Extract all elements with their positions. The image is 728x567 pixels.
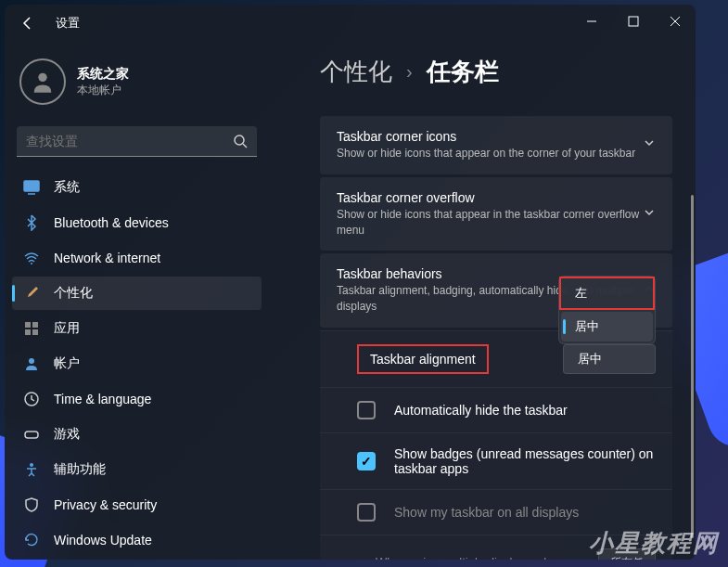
sidebar-item-gaming[interactable]: 游戏 — [12, 418, 262, 451]
nav-label: Bluetooth & devices — [54, 215, 169, 230]
card-title: Taskbar corner icons — [337, 129, 643, 144]
svg-line-4 — [243, 144, 247, 148]
behaviors-section: Taskbar alignment 左 居中 居中 Automatical — [320, 330, 672, 560]
chevron-down-icon — [643, 206, 656, 223]
multi-dropdown[interactable]: 所有任 — [598, 548, 656, 560]
badges-label: Show badges (unread messages counter) on… — [394, 446, 656, 476]
all-displays-checkbox[interactable] — [357, 503, 376, 522]
svg-point-3 — [235, 135, 244, 145]
person-icon — [23, 355, 40, 372]
search-icon — [233, 134, 248, 148]
svg-rect-14 — [25, 432, 38, 438]
nav-label: 应用 — [54, 320, 80, 337]
sidebar-item-bluetooth[interactable]: Bluetooth & devices — [12, 206, 262, 239]
svg-rect-1 — [629, 17, 638, 26]
dropdown-option-left[interactable]: 左 — [559, 277, 655, 310]
svg-point-12 — [29, 358, 34, 364]
user-name: 系统之家 — [77, 66, 129, 83]
alignment-dropdown-list: 左 居中 — [558, 276, 656, 344]
card-corner-icons[interactable]: Taskbar corner icons Show or hide icons … — [320, 116, 672, 174]
search-input[interactable] — [26, 134, 233, 148]
alignment-dropdown[interactable]: 居中 — [563, 344, 656, 374]
sidebar-item-time[interactable]: Time & language — [12, 382, 262, 416]
nav-label: 游戏 — [54, 426, 80, 443]
breadcrumb-parent[interactable]: 个性化 — [320, 56, 392, 88]
back-button[interactable] — [14, 9, 42, 37]
monitor-icon — [23, 179, 40, 196]
user-account-type: 本地帐户 — [77, 83, 129, 98]
window-controls — [570, 5, 696, 37]
chevron-down-icon — [643, 136, 656, 153]
nav-list: 系统 Bluetooth & devices Network & interne… — [12, 171, 262, 557]
user-profile[interactable]: 系统之家 本地帐户 — [12, 51, 262, 112]
svg-rect-5 — [24, 181, 39, 191]
main-content: 个性化 › 任务栏 Taskbar corner icons Show or h… — [269, 42, 696, 560]
row-all-displays[interactable]: Show my taskbar on all displays — [320, 489, 672, 535]
sidebar-item-network[interactable]: Network & internet — [12, 241, 262, 275]
chevron-right-icon: › — [406, 61, 413, 83]
brush-icon — [23, 285, 40, 302]
card-subtitle: Show or hide icons that appear in the ta… — [337, 207, 643, 238]
card-corner-overflow[interactable]: Taskbar corner overflow Show or hide ico… — [320, 177, 672, 251]
svg-rect-10 — [25, 329, 31, 335]
all-displays-label: Show my taskbar on all displays — [394, 505, 656, 520]
nav-label: 个性化 — [54, 285, 93, 302]
card-title: Taskbar corner overflow — [337, 190, 643, 205]
maximize-button[interactable] — [612, 5, 654, 37]
svg-rect-8 — [25, 322, 31, 328]
sidebar-item-apps[interactable]: 应用 — [12, 312, 262, 345]
auto-hide-label: Automatically hide the taskbar — [394, 403, 656, 418]
svg-rect-11 — [32, 329, 38, 335]
nav-label: Privacy & security — [54, 497, 157, 512]
row-badges[interactable]: Show badges (unread messages counter) on… — [320, 432, 672, 489]
update-icon — [23, 532, 40, 548]
alignment-label: Taskbar alignment — [357, 344, 489, 374]
nav-label: 系统 — [54, 179, 80, 196]
sidebar-item-personalization[interactable]: 个性化 — [12, 277, 262, 310]
wifi-icon — [23, 250, 40, 266]
sidebar: 系统之家 本地帐户 系统 Bluetooth & devices Network… — [5, 42, 269, 560]
nav-label: Time & language — [54, 392, 151, 406]
nav-label: 辅助功能 — [54, 461, 106, 478]
nav-label: Network & internet — [54, 251, 160, 265]
sidebar-item-update[interactable]: Windows Update — [12, 523, 262, 557]
search-box[interactable] — [17, 126, 257, 157]
row-auto-hide[interactable]: Automatically hide the taskbar — [320, 387, 672, 432]
sidebar-item-accounts[interactable]: 帐户 — [12, 347, 262, 380]
breadcrumb-current: 任务栏 — [427, 56, 499, 88]
apps-icon — [23, 320, 40, 337]
breadcrumb: 个性化 › 任务栏 — [320, 56, 672, 88]
dropdown-option-center[interactable]: 居中 — [561, 312, 653, 341]
sidebar-item-accessibility[interactable]: 辅助功能 — [12, 453, 262, 486]
bluetooth-icon — [23, 214, 40, 231]
accessibility-icon — [23, 461, 40, 478]
sidebar-item-system[interactable]: 系统 — [12, 171, 262, 204]
svg-point-7 — [31, 263, 32, 264]
nav-label: 帐户 — [54, 355, 80, 372]
gamepad-icon — [23, 426, 40, 443]
window-title: 设置 — [56, 15, 80, 32]
close-button[interactable] — [654, 5, 696, 37]
minimize-button[interactable] — [570, 5, 612, 37]
shield-icon — [23, 496, 40, 513]
nav-label: Windows Update — [54, 533, 152, 548]
settings-window: 设置 系统之家 本地帐户 系统 Blu — [5, 5, 696, 560]
svg-rect-9 — [32, 322, 38, 328]
auto-hide-checkbox[interactable] — [357, 401, 376, 419]
multi-label: When using multiple displays, show my — [376, 554, 598, 560]
card-subtitle: Show or hide icons that appear on the co… — [337, 146, 643, 161]
avatar-icon — [19, 58, 66, 105]
titlebar: 设置 — [5, 5, 696, 42]
badges-checkbox[interactable] — [357, 452, 376, 470]
svg-point-15 — [30, 463, 33, 467]
scrollbar[interactable] — [691, 195, 694, 538]
row-multi-displays: When using multiple displays, show my 所有… — [320, 535, 672, 560]
svg-point-2 — [38, 73, 46, 82]
sidebar-item-privacy[interactable]: Privacy & security — [12, 488, 262, 522]
clock-icon — [23, 391, 40, 407]
row-alignment: Taskbar alignment 左 居中 居中 — [320, 330, 672, 387]
